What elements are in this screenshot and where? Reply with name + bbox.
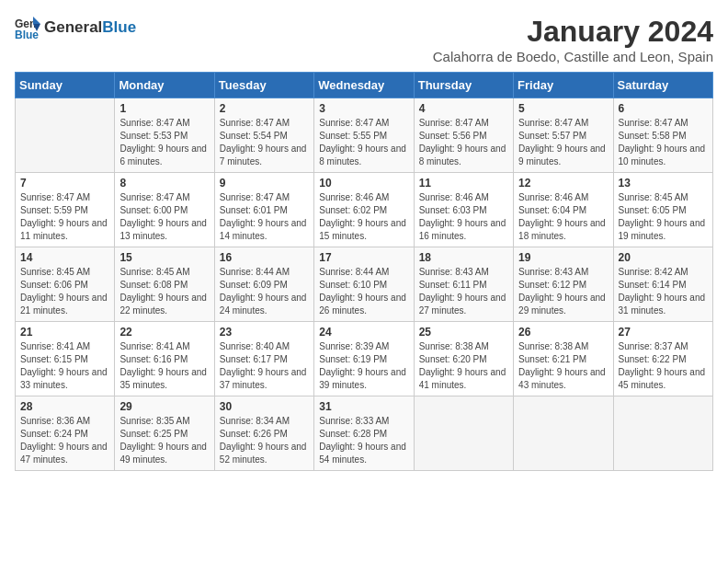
- calendar-cell: [414, 396, 513, 471]
- day-info: Sunrise: 8:45 AMSunset: 6:06 PMDaylight:…: [20, 266, 109, 317]
- calendar-cell: 20Sunrise: 8:42 AMSunset: 6:14 PMDayligh…: [613, 247, 712, 322]
- weekday-header: Wednesday: [314, 73, 414, 98]
- calendar-cell: 29Sunrise: 8:35 AMSunset: 6:25 PMDayligh…: [115, 396, 214, 471]
- day-number: 13: [619, 177, 708, 190]
- day-number: 19: [518, 251, 608, 264]
- day-number: 10: [319, 177, 408, 190]
- day-number: 20: [619, 251, 708, 264]
- day-info: Sunrise: 8:45 AMSunset: 6:08 PMDaylight:…: [119, 266, 209, 317]
- calendar-cell: 24Sunrise: 8:39 AMSunset: 6:19 PMDayligh…: [314, 322, 414, 396]
- day-info: Sunrise: 8:47 AMSunset: 5:58 PMDaylight:…: [619, 117, 708, 168]
- day-number: 29: [119, 400, 209, 413]
- day-info: Sunrise: 8:42 AMSunset: 6:14 PMDaylight:…: [619, 266, 708, 317]
- day-info: Sunrise: 8:47 AMSunset: 5:59 PMDaylight:…: [20, 191, 109, 243]
- weekday-header: Friday: [514, 73, 613, 98]
- day-info: Sunrise: 8:47 AMSunset: 5:55 PMDaylight:…: [319, 117, 408, 168]
- calendar-week-row: 1Sunrise: 8:47 AMSunset: 5:53 PMDaylight…: [16, 98, 713, 173]
- day-number: 12: [518, 177, 608, 190]
- logo-general: General: [44, 18, 102, 36]
- day-info: Sunrise: 8:44 AMSunset: 6:10 PMDaylight:…: [319, 266, 408, 317]
- calendar-cell: 9Sunrise: 8:47 AMSunset: 6:01 PMDaylight…: [214, 173, 313, 247]
- day-number: 8: [119, 177, 209, 190]
- day-info: Sunrise: 8:41 AMSunset: 6:15 PMDaylight:…: [20, 340, 109, 392]
- day-info: Sunrise: 8:39 AMSunset: 6:19 PMDaylight:…: [319, 340, 408, 392]
- day-info: Sunrise: 8:41 AMSunset: 6:16 PMDaylight:…: [119, 340, 209, 392]
- calendar-table: SundayMondayTuesdayWednesdayThursdayFrid…: [15, 72, 713, 471]
- calendar-cell: 10Sunrise: 8:46 AMSunset: 6:02 PMDayligh…: [314, 173, 414, 247]
- day-number: 18: [419, 251, 508, 264]
- day-info: Sunrise: 8:43 AMSunset: 6:11 PMDaylight:…: [419, 266, 508, 317]
- day-info: Sunrise: 8:46 AMSunset: 6:04 PMDaylight:…: [518, 191, 608, 243]
- svg-text:Blue: Blue: [15, 29, 39, 40]
- logo-blue: Blue: [102, 18, 136, 36]
- calendar-cell: 1Sunrise: 8:47 AMSunset: 5:53 PMDaylight…: [115, 98, 214, 173]
- calendar-week-row: 14Sunrise: 8:45 AMSunset: 6:06 PMDayligh…: [16, 247, 713, 322]
- day-number: 27: [619, 326, 708, 339]
- day-number: 24: [319, 326, 408, 339]
- day-info: Sunrise: 8:38 AMSunset: 6:21 PMDaylight:…: [518, 340, 608, 392]
- day-number: 14: [20, 251, 109, 264]
- day-info: Sunrise: 8:47 AMSunset: 6:00 PMDaylight:…: [119, 191, 209, 243]
- calendar-cell: 5Sunrise: 8:47 AMSunset: 5:57 PMDaylight…: [514, 98, 613, 173]
- calendar-cell: 26Sunrise: 8:38 AMSunset: 6:21 PMDayligh…: [514, 322, 613, 396]
- day-number: 16: [220, 251, 309, 264]
- day-info: Sunrise: 8:45 AMSunset: 6:05 PMDaylight:…: [619, 191, 708, 243]
- calendar-week-row: 21Sunrise: 8:41 AMSunset: 6:15 PMDayligh…: [16, 322, 713, 396]
- calendar-cell: 7Sunrise: 8:47 AMSunset: 5:59 PMDaylight…: [16, 173, 115, 247]
- calendar-cell: 16Sunrise: 8:44 AMSunset: 6:09 PMDayligh…: [214, 247, 313, 322]
- calendar-cell: 30Sunrise: 8:34 AMSunset: 6:26 PMDayligh…: [214, 396, 313, 471]
- weekday-header-row: SundayMondayTuesdayWednesdayThursdayFrid…: [16, 73, 713, 98]
- day-number: 25: [419, 326, 508, 339]
- day-number: 6: [619, 102, 708, 115]
- calendar-cell: 8Sunrise: 8:47 AMSunset: 6:00 PMDaylight…: [115, 173, 214, 247]
- logo-icon: Gen Blue: [15, 15, 40, 40]
- day-info: Sunrise: 8:46 AMSunset: 6:02 PMDaylight:…: [319, 191, 408, 243]
- calendar-cell: 15Sunrise: 8:45 AMSunset: 6:08 PMDayligh…: [115, 247, 214, 322]
- svg-marker-2: [33, 17, 40, 24]
- weekday-header: Sunday: [16, 73, 115, 98]
- day-info: Sunrise: 8:35 AMSunset: 6:25 PMDaylight:…: [119, 415, 209, 466]
- calendar-cell: [514, 396, 613, 471]
- weekday-header: Tuesday: [214, 73, 313, 98]
- day-number: 7: [20, 177, 109, 190]
- day-number: 2: [220, 102, 309, 115]
- day-info: Sunrise: 8:47 AMSunset: 5:57 PMDaylight:…: [518, 117, 608, 168]
- weekday-header: Thursday: [414, 73, 513, 98]
- calendar-cell: 6Sunrise: 8:47 AMSunset: 5:58 PMDaylight…: [613, 98, 712, 173]
- calendar-cell: [613, 396, 712, 471]
- day-info: Sunrise: 8:47 AMSunset: 5:53 PMDaylight:…: [119, 117, 209, 168]
- day-number: 15: [119, 251, 209, 264]
- page-header: Gen Blue GeneralBlue January 2024 Calaho…: [15, 15, 713, 64]
- day-number: 17: [319, 251, 408, 264]
- day-number: 1: [119, 102, 209, 115]
- day-info: Sunrise: 8:47 AMSunset: 5:54 PMDaylight:…: [220, 117, 309, 168]
- day-number: 3: [319, 102, 408, 115]
- calendar-cell: 28Sunrise: 8:36 AMSunset: 6:24 PMDayligh…: [16, 396, 115, 471]
- calendar-cell: 14Sunrise: 8:45 AMSunset: 6:06 PMDayligh…: [16, 247, 115, 322]
- calendar-cell: 25Sunrise: 8:38 AMSunset: 6:20 PMDayligh…: [414, 322, 513, 396]
- calendar-cell: 22Sunrise: 8:41 AMSunset: 6:16 PMDayligh…: [115, 322, 214, 396]
- calendar-cell: 27Sunrise: 8:37 AMSunset: 6:22 PMDayligh…: [613, 322, 712, 396]
- day-info: Sunrise: 8:43 AMSunset: 6:12 PMDaylight:…: [518, 266, 608, 317]
- location-title: Calahorra de Boedo, Castille and Leon, S…: [433, 49, 713, 64]
- day-number: 28: [20, 400, 109, 413]
- calendar-week-row: 28Sunrise: 8:36 AMSunset: 6:24 PMDayligh…: [16, 396, 713, 471]
- day-info: Sunrise: 8:46 AMSunset: 6:03 PMDaylight:…: [419, 191, 508, 243]
- calendar-cell: 19Sunrise: 8:43 AMSunset: 6:12 PMDayligh…: [514, 247, 613, 322]
- calendar-cell: 17Sunrise: 8:44 AMSunset: 6:10 PMDayligh…: [314, 247, 414, 322]
- day-number: 11: [419, 177, 508, 190]
- month-title: January 2024: [433, 15, 713, 49]
- calendar-cell: 4Sunrise: 8:47 AMSunset: 5:56 PMDaylight…: [414, 98, 513, 173]
- weekday-header: Monday: [115, 73, 214, 98]
- logo-text: GeneralBlue: [44, 18, 136, 37]
- calendar-cell: 23Sunrise: 8:40 AMSunset: 6:17 PMDayligh…: [214, 322, 313, 396]
- calendar-week-row: 7Sunrise: 8:47 AMSunset: 5:59 PMDaylight…: [16, 173, 713, 247]
- day-info: Sunrise: 8:47 AMSunset: 5:56 PMDaylight:…: [419, 117, 508, 168]
- day-number: 30: [220, 400, 309, 413]
- day-number: 9: [220, 177, 309, 190]
- weekday-header: Saturday: [613, 73, 712, 98]
- day-info: Sunrise: 8:44 AMSunset: 6:09 PMDaylight:…: [220, 266, 309, 317]
- day-number: 22: [119, 326, 209, 339]
- day-number: 5: [518, 102, 608, 115]
- day-number: 21: [20, 326, 109, 339]
